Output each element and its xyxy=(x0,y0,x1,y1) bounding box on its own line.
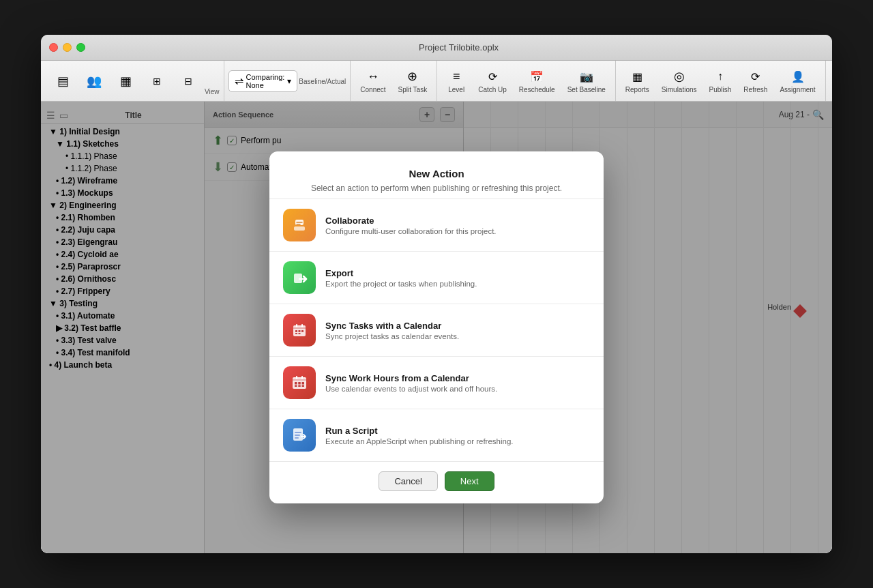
action-item-collaborate[interactable]: Collaborate Configure multi-user collabo… xyxy=(269,199,604,252)
svg-rect-4 xyxy=(301,330,304,332)
more-group: » xyxy=(826,61,832,101)
assignment-button[interactable]: 👤 Assignment xyxy=(774,66,820,95)
svg-rect-12 xyxy=(298,385,301,387)
catchup-button[interactable]: ⟳ Catch Up xyxy=(473,66,512,95)
assignment-label: Assignment xyxy=(780,86,815,93)
collaborate-name: Collaborate xyxy=(325,216,497,226)
modal-overlay: New Action Select an action to perform w… xyxy=(41,102,832,553)
split-task-button[interactable]: ⊕ Split Task xyxy=(393,66,433,95)
reschedule-icon: 📅 xyxy=(529,68,545,85)
new-action-modal: New Action Select an action to perform w… xyxy=(269,151,604,503)
publish-label: Publish xyxy=(709,86,732,93)
baseline-dropdown[interactable]: ⇌ Comparing: None ▾ xyxy=(228,70,298,92)
sync-tasks-icon xyxy=(283,314,316,347)
catchup-icon: ⟳ xyxy=(484,68,501,85)
reschedule-button[interactable]: 📅 Reschedule xyxy=(514,66,561,95)
action-item-export[interactable]: Export Export the project or tasks when … xyxy=(269,252,604,304)
modal-header: New Action Select an action to perform w… xyxy=(269,151,604,199)
set-baseline-button[interactable]: 📷 Set Baseline xyxy=(562,66,611,95)
refresh-icon: ⟳ xyxy=(748,68,764,85)
schedule-group: ≡ Level ⟳ Catch Up 📅 Reschedule 📷 Set Ba… xyxy=(437,61,616,101)
svg-rect-11 xyxy=(295,385,297,387)
sync-hours-desc: Use calendar events to adjust work and o… xyxy=(325,385,497,393)
toolbar: ▤ 👥 ▦ ⊞ ⊟ View ⇌ Comparing: None ▾ Bas xyxy=(41,61,832,102)
level-label: Level xyxy=(448,86,464,93)
mac-window: Project Trilobite.oplx ▤ 👥 ▦ ⊞ ⊟ View xyxy=(41,35,832,553)
set-baseline-icon: 📷 xyxy=(578,68,595,85)
chevron-down-icon: ▾ xyxy=(287,76,291,86)
minimize-button[interactable] xyxy=(63,43,72,52)
export-text: Export Export the project or tasks when … xyxy=(325,268,477,288)
script-desc: Execute an AppleScript when publishing o… xyxy=(325,437,514,445)
collaborate-text: Collaborate Configure multi-user collabo… xyxy=(325,216,497,235)
people-icon: 👥 xyxy=(86,73,102,89)
modal-title: New Action xyxy=(283,168,590,179)
action-item-script[interactable]: Run a Script Execute an AppleScript when… xyxy=(269,409,604,461)
sync-tasks-name: Sync Tasks with a Calendar xyxy=(325,321,459,331)
svg-rect-8 xyxy=(295,382,297,385)
refresh-label: Refresh xyxy=(743,86,767,93)
svg-rect-5 xyxy=(295,333,297,334)
connect-icon: ↔ xyxy=(365,68,381,85)
svg-rect-17 xyxy=(295,437,299,439)
svg-rect-2 xyxy=(295,330,297,332)
simulations-button[interactable]: ◎ Simulations xyxy=(656,66,702,95)
svg-rect-15 xyxy=(295,432,301,433)
sync-tasks-desc: Sync project tasks as calendar events. xyxy=(325,332,459,340)
view-network-button[interactable]: ⊟ xyxy=(173,71,203,91)
modal-footer: Cancel Next xyxy=(269,461,604,503)
gantt-icon: ⊞ xyxy=(149,73,165,89)
more-button[interactable]: » xyxy=(830,71,832,91)
reports-button[interactable]: ▦ Reports xyxy=(620,66,655,95)
next-button[interactable]: Next xyxy=(445,471,494,491)
reports-icon: ▦ xyxy=(629,68,645,85)
export-desc: Export the project or tasks when publish… xyxy=(325,280,477,288)
window-title: Project Trilobite.oplx xyxy=(93,42,824,53)
baseline-dropdown-label: Comparing: None xyxy=(246,73,285,89)
view-gantt-button[interactable]: ⊞ xyxy=(142,71,172,91)
baseline-group: ⇌ Comparing: None ▾ Baseline/Actual xyxy=(224,61,351,101)
baseline-dropdown-icon: ⇌ xyxy=(235,74,243,87)
action-item-sync-tasks[interactable]: Sync Tasks with a Calendar Sync project … xyxy=(269,304,604,357)
sync-hours-name: Sync Work Hours from a Calendar xyxy=(325,373,497,383)
svg-rect-10 xyxy=(302,382,305,385)
view-label: View xyxy=(205,88,220,95)
collaborate-desc: Configure multi-user collaboration for t… xyxy=(325,227,497,235)
svg-rect-3 xyxy=(299,330,301,332)
view-people-button[interactable]: 👥 xyxy=(79,71,109,91)
maximize-button[interactable] xyxy=(76,43,85,52)
connect-label: Connect xyxy=(360,86,385,93)
view-list-button[interactable]: ▤ xyxy=(48,71,78,91)
connect-button[interactable]: ↔ Connect xyxy=(355,66,391,95)
baseline-label: Baseline/Actual xyxy=(299,78,346,85)
network-icon: ⊟ xyxy=(180,73,196,89)
list-icon: ▤ xyxy=(55,73,71,89)
sync-tasks-text: Sync Tasks with a Calendar Sync project … xyxy=(325,321,459,340)
svg-rect-6 xyxy=(299,333,301,334)
refresh-button[interactable]: ⟳ Refresh xyxy=(738,66,773,95)
share-group: ▦ Reports ◎ Simulations ↑ Publish ⟳ Refr… xyxy=(616,61,826,101)
content-area: ☰ ▭ Title ▼ 1) Initial Design ▼ 1.1) Ske… xyxy=(41,102,832,553)
reports-label: Reports xyxy=(625,86,649,93)
action-item-sync-hours[interactable]: Sync Work Hours from a Calendar Use cale… xyxy=(269,357,604,409)
simulations-icon: ◎ xyxy=(671,68,687,85)
set-baseline-label: Set Baseline xyxy=(567,86,606,93)
view-grid-button[interactable]: ▦ xyxy=(110,71,140,91)
svg-rect-16 xyxy=(295,435,300,436)
traffic-lights xyxy=(49,43,85,52)
svg-rect-13 xyxy=(302,385,305,387)
publish-icon: ↑ xyxy=(712,68,728,85)
title-bar: Project Trilobite.oplx xyxy=(41,35,832,61)
assignment-icon: 👤 xyxy=(790,68,806,85)
split-icon: ⊕ xyxy=(404,68,421,85)
publish-button[interactable]: ↑ Publish xyxy=(704,66,737,95)
cancel-button[interactable]: Cancel xyxy=(379,471,437,491)
sync-hours-text: Sync Work Hours from a Calendar Use cale… xyxy=(325,373,497,393)
view-group: ▤ 👥 ▦ ⊞ ⊟ View xyxy=(44,61,224,101)
level-button[interactable]: ≡ Level xyxy=(441,66,471,95)
sync-hours-icon xyxy=(283,366,316,399)
export-icon xyxy=(283,261,316,294)
close-button[interactable] xyxy=(49,43,58,52)
svg-rect-9 xyxy=(298,382,301,385)
script-text: Run a Script Execute an AppleScript when… xyxy=(325,426,514,445)
